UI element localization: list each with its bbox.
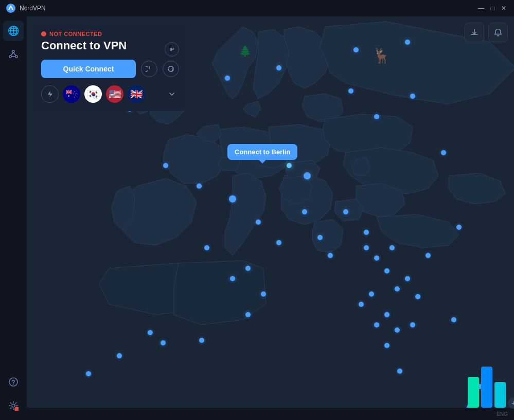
sidebar-item-help[interactable]: ? [3,372,24,392]
notification-button[interactable] [488,23,508,42]
map-dot[interactable] [304,172,311,179]
map-dot[interactable] [199,338,204,343]
map-dot[interactable] [384,268,389,273]
svg-point-1 [12,50,14,52]
map-dot[interactable] [384,343,389,348]
svg-point-10 [14,407,19,411]
map-dot[interactable] [287,163,292,168]
expand-flags-button[interactable] [165,87,179,101]
gear-icon [8,400,19,411]
power-button[interactable] [141,61,157,77]
bottom-right-widget: + [468,367,506,408]
map-dot[interactable] [397,369,402,374]
sidebar-item-settings[interactable] [3,395,24,416]
svg-line-4 [11,52,13,56]
map-dot[interactable] [359,302,364,307]
berlin-tooltip[interactable]: Connect to Berlin [227,144,297,160]
minimize-button[interactable]: — [477,5,485,12]
bar-segment-0 [468,377,479,408]
map-dot[interactable] [348,88,353,94]
btn-row: Quick Connect [41,60,179,78]
connect-title-row: Connect to VPN IP [41,39,179,60]
map-dot[interactable] [225,76,230,81]
flag-uk[interactable]: 🇬🇧 [128,85,145,103]
connect-panel: NOT CONNECTED Connect to VPN IP Quick Co… [33,23,187,111]
bottom-bar: ENG [27,408,514,420]
map-dot[interactable] [364,245,369,250]
flags-row: 🇦🇺 🇰🇷 🇺🇸 🇬🇧 [41,85,179,103]
quick-connect-button[interactable]: Quick Connect [41,60,136,78]
lightning-icon [46,90,54,98]
lightning-button[interactable] [41,85,59,103]
status-text: NOT CONNECTED [49,31,102,37]
map-dot[interactable] [204,245,209,250]
map-dot[interactable] [374,255,379,261]
tree-decoration: 🌲 [239,45,252,57]
map-dot[interactable] [456,225,462,230]
map-dot[interactable] [230,276,235,281]
globe-icon: 🌐 [8,25,19,36]
svg-point-0 [6,4,15,13]
map-dot[interactable] [317,235,323,240]
map-dot[interactable] [369,291,374,297]
title-bar: NordVPN — □ ✕ [0,0,514,16]
map-dot[interactable] [86,371,91,376]
flag-australia[interactable]: 🇦🇺 [63,85,80,103]
map-dot[interactable] [328,253,333,258]
map-dot[interactable] [245,312,251,317]
flag-south-korea[interactable]: 🇰🇷 [84,85,102,103]
top-right-controls [465,23,508,42]
map-dot[interactable] [405,276,410,281]
maximize-button[interactable]: □ [488,5,497,12]
map-dot[interactable] [197,184,202,189]
map-dot[interactable] [302,209,307,214]
map-dot[interactable] [426,253,431,258]
map-dot[interactable] [229,195,236,203]
sidebar-bottom: ? [3,372,24,416]
window-controls: — □ ✕ [477,5,508,12]
map-dot[interactable] [117,353,122,358]
sidebar-item-globe[interactable]: 🌐 [3,21,24,41]
map-dot[interactable] [276,65,281,70]
close-button[interactable]: ✕ [500,5,508,12]
map-dot[interactable] [148,330,153,335]
map-dot[interactable] [405,40,410,45]
map-dot[interactable] [374,322,379,327]
map-dot[interactable] [343,209,348,214]
map-dot[interactable] [384,312,389,317]
bell-icon [494,28,502,36]
map-dot[interactable] [395,327,400,333]
sidebar-item-mesh[interactable] [3,44,24,65]
app-title: NordVPN [20,5,46,12]
map-dot[interactable] [410,322,415,327]
map-dot[interactable] [276,240,281,245]
map-dot[interactable] [389,245,395,250]
map-dot[interactable] [441,150,446,155]
map-dot[interactable] [364,230,369,235]
title-bar-left: NordVPN [6,4,46,13]
mesh-icon [8,49,19,60]
map-dot[interactable] [353,47,359,52]
map-dot[interactable] [256,220,261,225]
map-dot[interactable] [451,317,456,322]
map-dot[interactable] [261,291,266,297]
bar-segment-2 [494,382,506,408]
refresh-button[interactable] [163,61,179,77]
download-button[interactable] [465,23,484,42]
flag-usa[interactable]: 🇺🇸 [106,85,123,103]
download-icon [470,28,478,36]
svg-text:?: ? [11,379,15,386]
map-dot[interactable] [410,94,415,99]
sidebar: 🌐 ? [0,16,27,420]
map-dot[interactable] [374,114,379,119]
power-icon [146,65,153,72]
status-dot [41,31,46,36]
map-dot[interactable] [245,266,251,271]
map-dot[interactable] [415,294,420,299]
map-dot[interactable] [161,340,166,345]
connect-title: Connect to VPN [41,39,127,52]
map-dot[interactable] [163,163,168,168]
map-dot[interactable] [395,286,400,291]
svg-point-9 [12,404,15,407]
ip-badge[interactable]: IP [165,42,179,57]
